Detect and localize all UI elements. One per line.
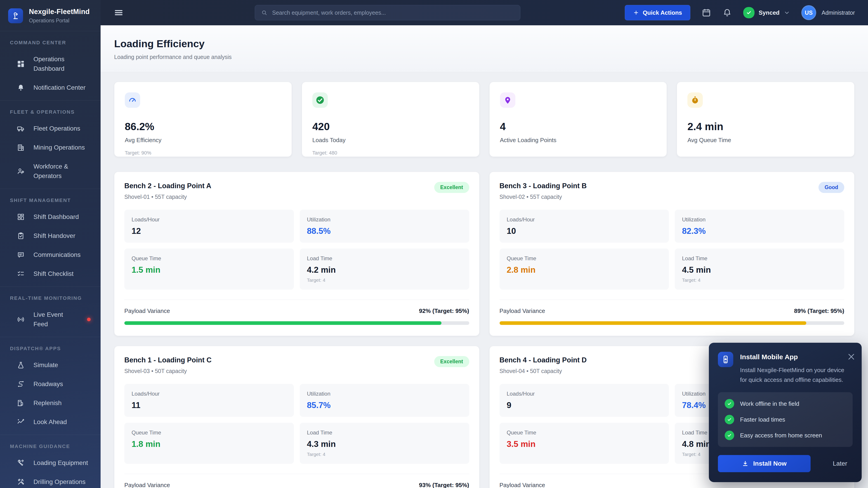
- sidebar-item-shift-handover[interactable]: Shift Handover: [0, 226, 101, 246]
- sidebar-item-loading-equipment[interactable]: Loading Equipment: [0, 453, 101, 473]
- tools-icon: [17, 459, 25, 467]
- check-circle-icon: [725, 415, 734, 424]
- sidebar-item-notification-center[interactable]: Notification Center: [0, 78, 101, 97]
- metric-value: 9: [507, 400, 662, 410]
- user-menu[interactable]: US Administrator: [801, 5, 855, 20]
- install-now-label: Install Now: [753, 460, 786, 467]
- route-icon: [17, 380, 25, 388]
- section-label: SHIFT MANAGEMENT: [0, 197, 101, 203]
- sidebar-section-shift-management: SHIFT MANAGEMENT Shift Dashboard Shift H…: [0, 189, 101, 287]
- sidebar-item-roadways[interactable]: Roadways: [0, 375, 101, 394]
- metric-value: 1.5 min: [131, 265, 287, 275]
- chevron-down-icon: [784, 9, 790, 16]
- dashboard-grid-icon: [17, 60, 25, 68]
- search-input[interactable]: [255, 5, 520, 20]
- broadcast-icon: [17, 315, 25, 324]
- status-badge: Excellent: [434, 182, 469, 193]
- sidebar-item-shift-dashboard[interactable]: Shift Dashboard: [0, 207, 101, 226]
- kpi-label: Loads Today: [312, 137, 469, 144]
- kpi-card-loads-today: 420 Loads Today Target: 480: [302, 82, 479, 157]
- sidebar: Nexgile-FleetMind Operations Portal COMM…: [0, 0, 101, 488]
- sidebar-item-workforce-operators[interactable]: Workforce & Operators: [0, 157, 101, 186]
- section-label: REAL-TIME MONITORING: [0, 295, 101, 301]
- quick-actions-button[interactable]: Quick Actions: [625, 5, 690, 20]
- payload-value: 93% (Target: 95%): [419, 482, 469, 488]
- menu-icon[interactable]: [114, 8, 124, 18]
- sidebar-item-label: Communications: [33, 250, 81, 260]
- metric-grid: Loads/Hour 10 Utilization 82.3% Queue Ti…: [500, 210, 844, 290]
- metric-loads-per-hour: Loads/Hour 12: [124, 210, 294, 242]
- metric-utilization: Utilization 82.3%: [675, 210, 844, 242]
- metric-label: Utilization: [307, 217, 462, 223]
- bench-title: Bench 1 - Loading Point C: [124, 356, 212, 364]
- sidebar-item-label: Workforce & Operators: [33, 162, 90, 181]
- metric-label: Loads/Hour: [507, 217, 662, 223]
- kpi-card-active-loading-points: 4 Active Loading Points: [489, 82, 667, 157]
- feature-item: Easy access from home screen: [725, 431, 846, 440]
- sidebar-item-simulate[interactable]: Simulate: [0, 356, 101, 375]
- app-subtitle: Operations Portal: [29, 18, 90, 24]
- person-gear-icon: [17, 167, 25, 175]
- progress-track: [124, 321, 469, 325]
- bench-header: Bench 3 - Loading Point B Shovel-02 • 55…: [500, 182, 844, 200]
- metric-label: Queue Time: [507, 429, 662, 436]
- later-button[interactable]: Later: [827, 460, 852, 467]
- metric-queue-time: Queue Time 1.8 min: [124, 423, 294, 464]
- payload-value: 92% (Target: 95%): [419, 307, 469, 315]
- progress-fill: [500, 321, 807, 325]
- sidebar-item-shift-checklist[interactable]: Shift Checklist: [0, 264, 101, 283]
- bell-icon[interactable]: [722, 8, 732, 18]
- sync-label: Synced: [758, 9, 780, 16]
- payload-label: Payload Variance: [500, 307, 545, 315]
- sidebar-item-label: Notification Center: [33, 83, 86, 92]
- close-icon[interactable]: [847, 352, 856, 361]
- bench-card-loading-point-a: Bench 2 - Loading Point A Shovel-01 • 55…: [114, 172, 479, 336]
- app-name-block: Nexgile-FleetMind Operations Portal: [29, 8, 90, 24]
- phone-download-icon: [718, 352, 733, 367]
- page-subtitle: Loading point performance and queue anal…: [114, 54, 855, 60]
- sidebar-item-communications[interactable]: Communications: [0, 246, 101, 264]
- sidebar-item-label: Operations Dashboard: [33, 55, 90, 73]
- metric-label: Load Time: [307, 429, 462, 436]
- payload-variance-row: Payload Variance: [500, 482, 844, 488]
- kpi-target: Target: 480: [312, 150, 469, 156]
- app-logo: [8, 8, 23, 23]
- sidebar-section-command-center: COMMAND CENTER Operations Dashboard Noti…: [0, 31, 101, 100]
- calendar-icon[interactable]: [702, 8, 711, 18]
- modal-text-block: Install Mobile App Install Nexgile-Fleet…: [740, 352, 848, 385]
- sidebar-item-mining-operations[interactable]: Mining Operations: [0, 138, 101, 157]
- kpi-value: 2.4 min: [687, 121, 844, 133]
- sidebar-item-live-event-feed[interactable]: Live Event Feed: [0, 305, 101, 334]
- sidebar-item-operations-dashboard[interactable]: Operations Dashboard: [0, 50, 101, 78]
- bench-subtitle: Shovel-02 • 55T capacity: [500, 194, 587, 200]
- sidebar-item-replenish[interactable]: Replenish: [0, 394, 101, 413]
- search-icon: [261, 9, 268, 16]
- payload-variance-row: Payload Variance 93% (Target: 95%): [124, 482, 469, 488]
- sidebar-item-drilling-operations[interactable]: Drilling Operations: [0, 473, 101, 488]
- payload-value: 89% (Target: 95%): [794, 307, 844, 315]
- sidebar-item-label: Mining Operations: [33, 143, 85, 152]
- metric-utilization: Utilization 88.5%: [300, 210, 469, 242]
- payload-label: Payload Variance: [124, 307, 170, 315]
- sidebar-section-dispatch-apps: DISPATCH® APPS Simulate Roadways Repleni…: [0, 337, 101, 435]
- metric-value: 3.5 min: [507, 440, 662, 449]
- section-label: MACHINE GUIDANCE: [0, 444, 101, 449]
- map-pin-icon: [500, 92, 515, 108]
- sidebar-item-look-ahead[interactable]: Look Ahead: [0, 413, 101, 431]
- sidebar-item-label: Roadways: [33, 379, 63, 389]
- sidebar-item-fleet-operations[interactable]: Fleet Operations: [0, 119, 101, 138]
- install-now-button[interactable]: Install Now: [718, 455, 811, 472]
- sync-status[interactable]: Synced: [743, 7, 790, 18]
- payload-variance-row: Payload Variance 92% (Target: 95%): [124, 307, 469, 315]
- install-app-modal: Install Mobile App Install Nexgile-Fleet…: [709, 343, 862, 482]
- section-label: DISPATCH® APPS: [0, 346, 101, 352]
- status-badge: Excellent: [434, 356, 469, 367]
- sidebar-item-label: Shift Checklist: [33, 269, 73, 279]
- sidebar-item-label: Shift Dashboard: [33, 212, 79, 222]
- grid-icon: [17, 213, 25, 221]
- sidebar-item-label: Look Ahead: [33, 417, 67, 427]
- global-search: [255, 5, 520, 20]
- sidebar-section-realtime-monitoring: REAL-TIME MONITORING Live Event Feed: [0, 287, 101, 337]
- kpi-value: 86.2%: [125, 121, 281, 133]
- modal-footer: Install Now Later: [718, 455, 852, 472]
